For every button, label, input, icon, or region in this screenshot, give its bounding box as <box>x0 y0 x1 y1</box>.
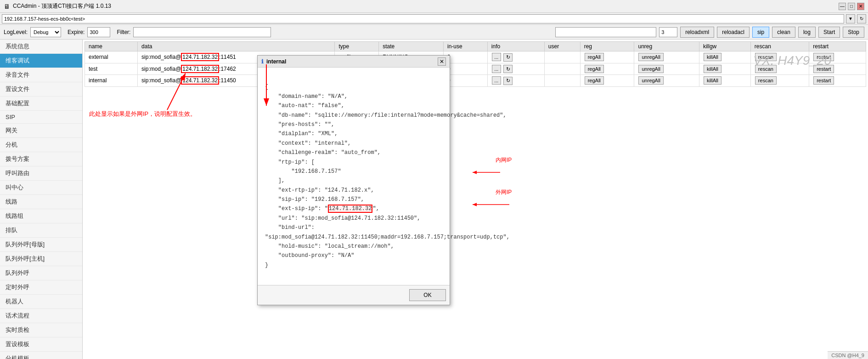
reloadxml-button[interactable]: reloadxml <box>680 27 714 38</box>
sidebar-item-robot[interactable]: 机器人 <box>0 295 82 309</box>
sidebar-item-callroute[interactable]: 呼叫路由 <box>0 166 82 181</box>
info-detail-button[interactable]: ... <box>492 76 501 85</box>
dialog-sipip: "sip-ip": "192.168.7.157", <box>278 196 364 203</box>
dialog-titlebar: ℹ internal ✕ <box>258 56 450 68</box>
unregall-button[interactable]: unregAll <box>638 53 663 61</box>
sidebar-item-script[interactable]: 话术流程 <box>0 309 82 323</box>
row-name: internal <box>85 75 138 87</box>
refresh-row-button[interactable]: ↻ <box>503 65 513 73</box>
sidebar-item-recording[interactable]: 录音文件 <box>0 68 82 82</box>
sidebar-item-callcenter[interactable]: 叫中心 <box>0 181 82 195</box>
regall-button[interactable]: regAll <box>585 53 604 61</box>
execute-count[interactable] <box>659 27 677 37</box>
sidebar-item-trunkgroup[interactable]: 线路组 <box>0 209 82 223</box>
row-name: external <box>85 51 138 63</box>
sidebar-item-queue[interactable]: 排队 <box>0 223 82 238</box>
col-state: state <box>379 42 444 51</box>
refresh-row-button[interactable]: ↻ <box>503 53 513 62</box>
row-info-cell: ... ↻ <box>487 51 544 63</box>
minimize-button[interactable]: — <box>839 3 846 10</box>
restart-button[interactable]: restart <box>813 76 834 85</box>
rescan-button[interactable]: rescan <box>755 76 777 85</box>
execute-input[interactable] <box>555 27 656 37</box>
rescan-button[interactable]: rescan <box>755 65 777 73</box>
table-area: name data type state in-use info user re… <box>83 40 868 359</box>
restart-button[interactable]: restart <box>813 53 834 61</box>
col-restart: restart <box>809 42 866 51</box>
sidebar-item-setfiles[interactable]: 置设文件 <box>0 82 82 97</box>
sidebar-item-settemplate[interactable]: 置设模板 <box>0 337 82 352</box>
dialog-content: { "domain-name": "N/A", "auto-nat": "fal… <box>258 68 450 285</box>
sidebar-item-outbound[interactable]: 队列外呼 <box>0 266 82 280</box>
dialog-dialplan: "dialplan": "XML", <box>278 131 338 137</box>
killall-button[interactable]: killAll <box>704 76 721 85</box>
dialog-icon: ℹ <box>261 58 264 65</box>
row-kill-cell: killAll <box>699 75 750 87</box>
row-unreg-cell: unregAll <box>634 75 699 87</box>
unregall-button[interactable]: unregAll <box>638 76 663 85</box>
loglevel-label: LogLevel: <box>4 29 28 35</box>
stop-button[interactable]: Stop <box>843 27 864 38</box>
test-ip-highlight: 124.71.182.32 <box>181 65 219 73</box>
expire-label: Expire: <box>68 29 85 35</box>
sidebar-item-exttemplate[interactable]: 分机模板 <box>0 352 82 359</box>
col-killgw: killgw <box>699 42 750 51</box>
regall-button[interactable]: regAll <box>585 65 604 73</box>
clean-button[interactable]: clean <box>772 27 795 38</box>
row-restart-cell: restart <box>809 51 866 63</box>
restore-button[interactable]: □ <box>848 3 855 10</box>
reloadacl-button[interactable]: reloadacl <box>717 27 750 38</box>
dialog-outbound: "outbound-proxy": "N/A" <box>278 252 355 259</box>
expire-input[interactable] <box>87 27 110 37</box>
row-restart-cell: restart <box>809 63 866 75</box>
sidebar-item-sip[interactable]: SIP <box>0 111 82 124</box>
sidebar-item-sysinfo[interactable]: 系统信息 <box>0 40 82 54</box>
ok-button[interactable]: OK <box>409 289 446 301</box>
row-reg-cell: regAll <box>580 63 634 75</box>
dialog-extrtpip: "ext-rtp-ip": "124.71.182.x", <box>278 187 374 194</box>
sidebar-item-gateway[interactable]: 网关 <box>0 124 82 138</box>
sidebar-item-debug[interactable]: 维客调试 <box>0 54 82 68</box>
address-bar: ▼ ↻ <box>0 13 868 25</box>
refresh-row-button[interactable]: ↻ <box>503 77 513 85</box>
go-button[interactable]: ↻ <box>857 14 866 23</box>
sidebar-item-scheduled[interactable]: 定时外呼 <box>0 280 82 295</box>
row-info-cell: ... ↻ <box>487 63 544 75</box>
sidebar-item-dialplan[interactable]: 拨号方案 <box>0 152 82 166</box>
app-icon: 🖥 <box>4 3 10 10</box>
row-name: test <box>85 63 138 75</box>
filter-input[interactable] <box>133 27 271 37</box>
info-detail-button[interactable]: ... <box>492 53 501 61</box>
annotation-text: 此处显示如果是外网IP，说明配置生效。 <box>89 110 196 118</box>
dialog-close-brace: } <box>265 262 268 268</box>
col-inuse: in-use <box>444 42 488 51</box>
row-reg-cell: regAll <box>580 75 634 87</box>
info-detail-button[interactable]: ... <box>492 65 501 73</box>
row-rescan-cell: rescan <box>750 75 809 87</box>
killall-button[interactable]: killAll <box>704 53 721 61</box>
sidebar-item-outbound-mother[interactable]: 队列外呼[母版] <box>0 238 82 252</box>
dialog-close-button[interactable]: ✕ <box>438 57 446 66</box>
close-window-button[interactable]: ✕ <box>857 3 864 10</box>
row-rescan-cell: rescan <box>750 51 809 63</box>
loglevel-select[interactable]: Debug Info Warning Error <box>30 27 61 37</box>
sidebar-item-extension[interactable]: 分机 <box>0 138 82 152</box>
table-row: test sip:mod_sofia@124.71.182.32:17462 p… <box>85 63 866 75</box>
address-input[interactable] <box>2 14 844 23</box>
sidebar-item-trunk[interactable]: 线路 <box>0 195 82 209</box>
log-button[interactable]: log <box>798 27 816 38</box>
killall-button[interactable]: killAll <box>704 65 721 73</box>
external-ip-highlight: 124.71.182.32 <box>181 53 219 61</box>
refresh-address-button[interactable]: ▼ <box>846 14 855 23</box>
row-user-cell <box>544 51 580 63</box>
sidebar-item-quality[interactable]: 实时质检 <box>0 323 82 337</box>
internal-dialog[interactable]: ℹ internal ✕ { "domain-name": "N/A", "au… <box>257 55 450 305</box>
regall-button[interactable]: regAll <box>585 76 604 85</box>
sidebar-item-outbound-host[interactable]: 队列外呼[主机] <box>0 252 82 266</box>
rescan-button[interactable]: rescan <box>755 53 777 61</box>
start-button[interactable]: Start <box>818 27 840 38</box>
sip-button[interactable]: sip <box>752 27 769 38</box>
restart-button[interactable]: restart <box>813 65 834 73</box>
unregall-button[interactable]: unregAll <box>638 65 663 73</box>
sidebar-item-basicconfig[interactable]: 基础配置 <box>0 97 82 111</box>
